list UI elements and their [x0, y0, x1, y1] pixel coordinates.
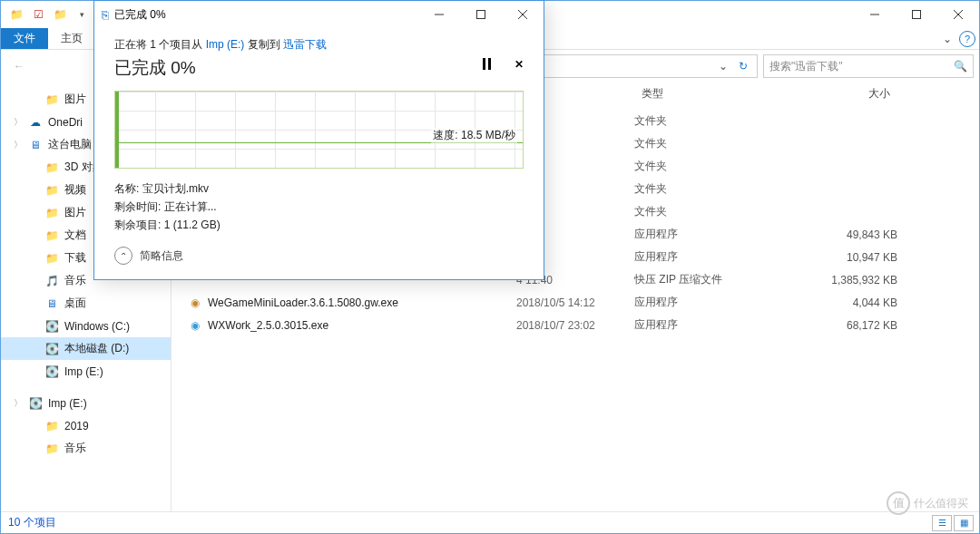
- svg-rect-1: [913, 11, 921, 19]
- source-link[interactable]: Imp (E:): [206, 38, 245, 51]
- tree-item[interactable]: 〉💽Imp (E:): [1, 392, 171, 414]
- folder-icon: 📁: [6, 5, 26, 24]
- minimize-button[interactable]: [854, 1, 896, 28]
- tree-item[interactable]: 🖥桌面: [1, 292, 171, 315]
- file-name: 宝贝计划.mkv: [142, 182, 209, 195]
- speed-graph: 速度: 18.5 MB/秒: [114, 91, 524, 169]
- dialog-maximize-button[interactable]: [460, 1, 502, 28]
- tree-item[interactable]: 📁2019: [1, 414, 171, 437]
- ribbon-tab-home[interactable]: 主页: [48, 28, 95, 49]
- view-icons-button[interactable]: ▦: [954, 515, 974, 531]
- list-row[interactable]: ◉WeGameMiniLoader.3.6.1.5080.gw.exe2018/…: [172, 291, 979, 314]
- refresh-icon[interactable]: ↻: [733, 60, 753, 73]
- search-placeholder: 搜索"迅雷下载": [769, 59, 954, 74]
- more-details-toggle[interactable]: ⌃ 简略信息: [114, 247, 524, 265]
- dialog-titlebar[interactable]: ⎘ 已完成 0%: [94, 1, 544, 28]
- help-icon[interactable]: ?: [959, 31, 975, 47]
- nav-back-button[interactable]: ←: [6, 53, 32, 79]
- search-input[interactable]: 搜索"迅雷下载" 🔍: [763, 54, 974, 78]
- copy-details: 名称: 宝贝计划.mkv 剩余时间: 正在计算... 剩余项目: 1 (11.2…: [114, 180, 524, 234]
- list-row[interactable]: ◉WXWork_2.5.0.3015.exe2018/10/7 23:02应用程…: [172, 314, 979, 336]
- watermark: 值 什么值得买: [887, 491, 968, 515]
- dialog-close-button[interactable]: [502, 1, 544, 28]
- speed-label: 速度: 18.5 MB/秒: [431, 128, 517, 143]
- progress-text: 已完成 0%: [114, 56, 524, 80]
- svg-rect-5: [477, 11, 485, 19]
- close-button[interactable]: [937, 1, 979, 28]
- dialog-minimize-button[interactable]: [418, 1, 460, 28]
- tree-item[interactable]: 📁音乐: [1, 437, 171, 460]
- column-type[interactable]: 类型: [634, 86, 761, 102]
- dialog-title: 已完成 0%: [114, 7, 413, 23]
- dest-link[interactable]: 迅雷下载: [283, 38, 327, 51]
- copy-description: 正在将 1 个项目从 Imp (E:) 复制到 迅雷下载: [114, 37, 524, 53]
- tree-item[interactable]: 💽Windows (C:): [1, 315, 171, 337]
- copy-icon: ⎘: [102, 8, 109, 22]
- view-details-button[interactable]: ☰: [932, 515, 952, 531]
- qat-checkbox-icon[interactable]: ☑: [28, 5, 48, 24]
- watermark-text: 什么值得买: [914, 496, 968, 511]
- ribbon-tab-file[interactable]: 文件: [1, 28, 48, 49]
- chevron-up-icon: ⌃: [114, 247, 132, 265]
- copy-dialog: ⎘ 已完成 0% 正在将 1 个项目从 Imp (E:) 复制到 迅雷下载 已完…: [93, 0, 544, 280]
- qat-overflow-icon[interactable]: ▾: [72, 5, 92, 24]
- status-bar: 10 个项目 ☰ ▦: [1, 511, 979, 533]
- search-icon[interactable]: 🔍: [954, 60, 967, 73]
- pause-button[interactable]: [483, 58, 491, 73]
- address-dropdown-icon[interactable]: ⌄: [713, 60, 733, 73]
- status-text: 10 个项目: [8, 515, 56, 530]
- maximize-button[interactable]: [896, 1, 937, 28]
- cancel-button[interactable]: ✕: [514, 58, 524, 73]
- ribbon-expand-icon[interactable]: ⌄: [943, 33, 952, 45]
- time-remaining: 正在计算...: [164, 200, 217, 213]
- qat-folder-icon[interactable]: 📁: [50, 5, 70, 24]
- tree-item[interactable]: 💽Imp (E:): [1, 360, 171, 383]
- items-remaining: 1 (11.2 GB): [164, 218, 220, 231]
- column-size[interactable]: 大小: [761, 86, 897, 102]
- watermark-icon: 值: [887, 491, 910, 515]
- tree-item[interactable]: 💽本地磁盘 (D:): [1, 337, 171, 360]
